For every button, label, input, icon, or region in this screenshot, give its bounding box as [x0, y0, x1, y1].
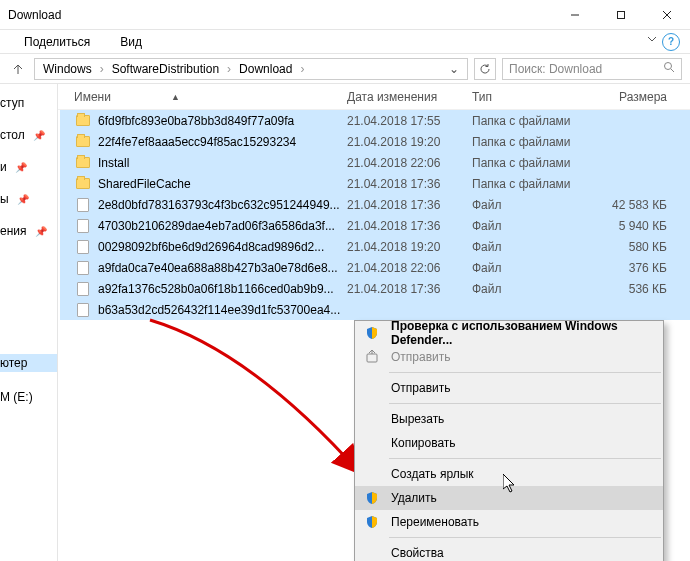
pin-icon: 📌: [15, 194, 29, 205]
close-button[interactable]: [644, 0, 690, 29]
folder-icon: [74, 157, 92, 168]
file-icon: [74, 198, 92, 212]
address-bar-row: Windows › SoftwareDistribution › Downloa…: [0, 54, 690, 84]
ribbon-tabs: Поделиться Вид ?: [0, 30, 690, 54]
chevron-right-icon: ›: [227, 62, 231, 76]
search-input[interactable]: Поиск: Download: [502, 58, 682, 80]
sidebar-item-computer[interactable]: ютер: [0, 354, 57, 372]
file-icon: [74, 219, 92, 233]
search-icon: [663, 61, 675, 76]
file-row[interactable]: a92fa1376c528b0a06f18b1166ced0ab9b9... 2…: [60, 278, 690, 299]
menu-item-share[interactable]: Отправить: [355, 345, 663, 369]
menu-item-delete[interactable]: Удалить: [355, 486, 663, 510]
column-header-type[interactable]: Тип: [472, 90, 587, 104]
file-icon: [74, 303, 92, 317]
sidebar-item[interactable]: и📌: [0, 160, 27, 174]
file-row[interactable]: 47030b2106289dae4eb7ad06f3a6586da3f... 2…: [60, 215, 690, 236]
folder-icon: [74, 115, 92, 126]
shield-icon: [363, 326, 381, 340]
chevron-right-icon: ›: [300, 62, 304, 76]
file-row[interactable]: Install 21.04.2018 22:06 Папка с файлами: [60, 152, 690, 173]
shield-icon: [363, 515, 381, 529]
menu-item-rename[interactable]: Переименовать: [355, 510, 663, 534]
menu-item-properties[interactable]: Свойства: [355, 541, 663, 561]
maximize-button[interactable]: [598, 0, 644, 29]
file-row[interactable]: 6fd9fbfc893e0ba78bb3d849f77a09fa 21.04.2…: [60, 110, 690, 131]
column-header-date[interactable]: Дата изменения: [347, 90, 472, 104]
chevron-down-icon[interactable]: ⌄: [445, 62, 463, 76]
breadcrumb[interactable]: Windows › SoftwareDistribution › Downloa…: [34, 58, 468, 80]
sidebar-item-drive[interactable]: M (E:): [0, 390, 33, 404]
folder-icon: [74, 136, 92, 147]
file-row[interactable]: 2e8d0bfd783163793c4f3bc632c951244949... …: [60, 194, 690, 215]
svg-rect-1: [618, 11, 625, 18]
menu-separator: [389, 372, 661, 373]
column-header-size[interactable]: Размера: [587, 90, 667, 104]
breadcrumb-item[interactable]: Windows: [39, 62, 96, 76]
column-header-name[interactable]: Имени▲: [74, 90, 347, 104]
minimize-button[interactable]: [552, 0, 598, 29]
file-row[interactable]: SharedFileCache 21.04.2018 17:36 Папка с…: [60, 173, 690, 194]
file-row[interactable]: a9fda0ca7e40ea688a88b427b3a0e78d6e8... 2…: [60, 257, 690, 278]
shield-icon: [363, 491, 381, 505]
sidebar-item[interactable]: ступ: [0, 96, 24, 110]
refresh-button[interactable]: [474, 58, 496, 80]
help-icon[interactable]: ?: [662, 33, 680, 51]
context-menu: Проверка с использованием Windows Defend…: [354, 320, 664, 561]
chevron-right-icon: ›: [100, 62, 104, 76]
file-icon: [74, 240, 92, 254]
window-title: Download: [0, 0, 552, 29]
menu-item-sendto[interactable]: Отправить: [355, 376, 663, 400]
file-row[interactable]: 22f4fe7ef8aaa5ecc94f85ac15293234 21.04.2…: [60, 131, 690, 152]
pin-icon: 📌: [13, 162, 27, 173]
file-icon: [74, 261, 92, 275]
breadcrumb-item[interactable]: Download: [235, 62, 296, 76]
menu-item-create-shortcut[interactable]: Создать ярлык: [355, 462, 663, 486]
svg-point-4: [665, 63, 672, 70]
svg-line-5: [671, 69, 674, 72]
sort-asc-icon: ▲: [171, 92, 180, 102]
column-headers: Имени▲ Дата изменения Тип Размера: [58, 84, 690, 110]
sidebar-item[interactable]: ения📌: [0, 224, 47, 238]
file-row[interactable]: b63a53d2cd526432f114ee39d1fc53700ea4...: [60, 299, 690, 320]
menu-item-defender[interactable]: Проверка с использованием Windows Defend…: [355, 321, 663, 345]
tab-view[interactable]: Вид: [120, 35, 142, 49]
menu-item-cut[interactable]: Вырезать: [355, 407, 663, 431]
menu-separator: [389, 458, 661, 459]
sidebar-item[interactable]: ы📌: [0, 192, 29, 206]
menu-item-copy[interactable]: Копировать: [355, 431, 663, 455]
file-icon: [74, 282, 92, 296]
sidebar-item[interactable]: стол📌: [0, 128, 45, 142]
ribbon-expand-icon[interactable]: [646, 33, 658, 51]
pin-icon: 📌: [33, 226, 47, 237]
navigation-sidebar: ступ стол📌 и📌 ы📌 ения📌 ютер M (E:): [0, 84, 58, 561]
title-bar: Download: [0, 0, 690, 30]
search-placeholder: Поиск: Download: [509, 62, 602, 76]
tab-share[interactable]: Поделиться: [24, 35, 90, 49]
folder-icon: [74, 178, 92, 189]
menu-separator: [389, 403, 661, 404]
file-row[interactable]: 00298092bf6be6d9d26964d8cad9896d2... 21.…: [60, 236, 690, 257]
breadcrumb-item[interactable]: SoftwareDistribution: [108, 62, 223, 76]
pin-icon: 📌: [31, 130, 45, 141]
svg-rect-6: [367, 354, 377, 362]
nav-up-button[interactable]: [8, 62, 28, 76]
menu-separator: [389, 537, 661, 538]
share-icon: [363, 350, 381, 364]
